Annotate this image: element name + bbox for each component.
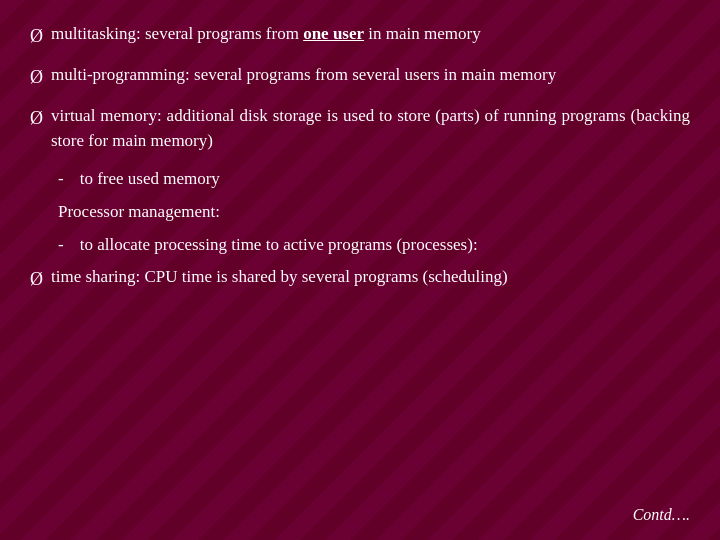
bullet-symbol-2: Ø — [30, 64, 43, 90]
bullet-text-time-sharing: time sharing: CPU time is shared by seve… — [51, 265, 690, 290]
main-content: Ø multitasking: several programs from on… — [0, 0, 720, 324]
bullet-symbol-4: Ø — [30, 266, 43, 292]
bullet-text-multi-programming: multi-programming: several programs from… — [51, 63, 690, 88]
sub-item-free-memory: - to free used memory — [30, 167, 690, 192]
bullet-text-multitasking: multitasking: several programs from one … — [51, 22, 690, 47]
bullet-virtual-memory: Ø virtual memory: additional disk storag… — [30, 104, 690, 153]
bullet-time-sharing: Ø time sharing: CPU time is shared by se… — [30, 265, 690, 292]
sub-text-free-memory: to free used memory — [80, 167, 690, 192]
bold-one-user: one user — [303, 24, 364, 43]
bullet-symbol-1: Ø — [30, 23, 43, 49]
contd-label: Contd…. — [633, 506, 690, 524]
processor-heading: Processor management: — [30, 200, 690, 225]
dash-1: - — [58, 167, 64, 192]
bullet-symbol-3: Ø — [30, 105, 43, 131]
sub-text-allocate: to allocate processing time to active pr… — [80, 233, 690, 258]
bullet-multi-programming: Ø multi-programming: several programs fr… — [30, 63, 690, 90]
sub-item-allocate: - to allocate processing time to active … — [30, 233, 690, 258]
bullet-multitasking: Ø multitasking: several programs from on… — [30, 22, 690, 49]
dash-2: - — [58, 233, 64, 258]
bullet-text-virtual-memory: virtual memory: additional disk storage … — [51, 104, 690, 153]
